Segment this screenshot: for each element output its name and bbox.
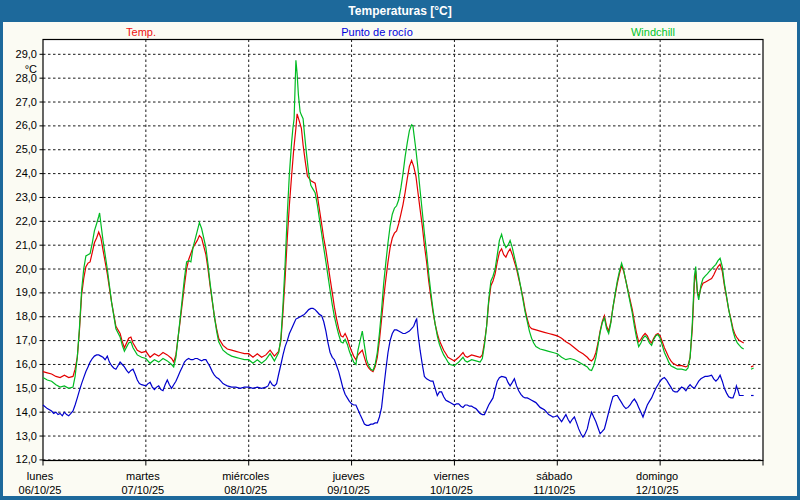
x-day-date: 07/10/25 (93, 484, 193, 496)
app-window: Temperaturas [°C] Temp. Punto de rocío W… (0, 0, 800, 500)
chart-panel: Temp. Punto de rocío Windchill °C 29,028… (3, 22, 797, 496)
x-day-name: miércoles (196, 470, 296, 482)
x-day-date: 12/10/25 (607, 484, 707, 496)
x-day-name: viernes (401, 470, 501, 482)
window-title: Temperaturas [°C] (348, 4, 451, 18)
x-day-date: 06/10/25 (0, 484, 90, 496)
x-day-name: domingo (607, 470, 707, 482)
title-bar: Temperaturas [°C] (0, 0, 800, 22)
x-day-date: 10/10/25 (401, 484, 501, 496)
x-day-name: martes (93, 470, 193, 482)
x-day-date: 09/10/25 (299, 484, 399, 496)
x-day-date: 11/10/25 (504, 484, 604, 496)
chart-svg (3, 22, 797, 496)
x-day-name: lunes (0, 470, 90, 482)
plot-area (43, 40, 763, 461)
x-day-name: sábado (504, 470, 604, 482)
x-day-name: jueves (299, 470, 399, 482)
x-day-date: 08/10/25 (196, 484, 296, 496)
